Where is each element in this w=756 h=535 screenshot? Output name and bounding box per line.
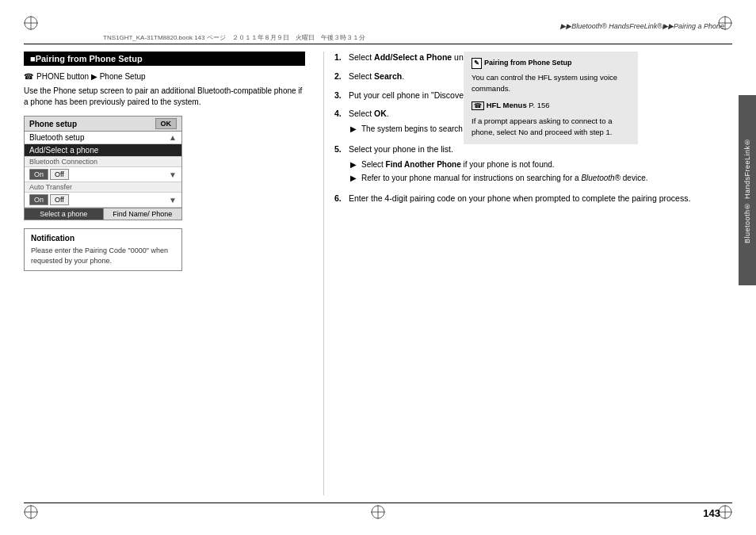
bullet-arrow-icon-2: ▶: [350, 159, 358, 170]
add-select-phone-row[interactable]: Add/Select a phone: [25, 144, 181, 157]
section-heading-text: ■Pairing from Phone Setup: [30, 54, 143, 63]
select-phone-nav-btn[interactable]: Select a phone: [25, 208, 104, 220]
chapter-tab-label: Bluetooth® HandsFreeLink®: [743, 137, 751, 243]
auto-transfer-label: Auto Transfer: [25, 182, 181, 193]
step-5-bullet-1: ▶ Select Find Another Phone if your phon…: [350, 159, 732, 170]
phone-symbol: ☎: [24, 72, 33, 81]
auto-transfer-toggle-row: On Off ▼: [25, 193, 181, 208]
step-3-num: 3.: [334, 90, 346, 102]
info-box-icon: ✎: [472, 58, 482, 69]
info-box-title: ✎ Pairing from Phone Setup: [472, 58, 630, 69]
subheading-text: PHONE button ▶ Phone Setup: [36, 72, 146, 81]
info-box-title-text: Pairing from Phone Setup: [484, 58, 572, 69]
bluetooth-setup-label: Bluetooth setup: [29, 133, 85, 142]
step-6-num: 6.: [334, 193, 346, 205]
notification-box: Notification Please enter the Pairing Co…: [24, 228, 182, 271]
corner-reg-top-left: [22, 14, 40, 32]
section-heading: ■Pairing from Phone Setup: [24, 52, 305, 66]
find-name-phone-nav-btn[interactable]: Find Name/ Phone: [104, 208, 182, 220]
step-2-num: 2.: [334, 71, 346, 83]
hfl-icon: ☎: [472, 101, 484, 110]
step-5-bullet-1-text: Select Find Another Phone if your phone …: [361, 159, 555, 170]
bt-off-button[interactable]: Off: [50, 169, 69, 180]
step-6-content: Enter the 4-digit pairing code on your p…: [349, 193, 732, 205]
bt-on-button[interactable]: On: [29, 169, 48, 180]
scroll-up-arrow: ▲: [169, 133, 177, 142]
phone-setup-title: Phone setup: [29, 120, 77, 128]
corner-reg-bottom-left: [22, 503, 40, 521]
auto-on-button[interactable]: On: [29, 194, 48, 205]
step-6: 6. Enter the 4-digit pairing code on you…: [334, 193, 732, 205]
main-content: ■Pairing from Phone Setup ☎ PHONE button…: [24, 52, 732, 495]
file-info: TNS1GHT_KA-31TM8820.book 143 ページ ２０１１年８月…: [103, 33, 365, 42]
bluetooth-setup-row[interactable]: Bluetooth setup ▲: [25, 132, 181, 144]
hfl-page: P. 156: [529, 101, 549, 109]
hr-bottom: [24, 503, 732, 503]
step-5-bullet-2: ▶ Refer to your phone manual for instruc…: [350, 173, 732, 184]
intro-text: Use the Phone setup screen to pair an ad…: [24, 86, 305, 108]
step-5-num: 5.: [334, 143, 346, 186]
step-1-num: 1.: [334, 52, 346, 64]
phone-setup-ui: Phone setup OK Bluetooth setup ▲ Add/Sel…: [24, 116, 182, 220]
subheading: ☎ PHONE button ▶ Phone Setup: [24, 72, 305, 81]
phone-nav-bar: Select a phone Find Name/ Phone: [25, 208, 181, 220]
bluetooth-connection-label: Bluetooth Connection: [25, 157, 181, 167]
scroll-down-arrow: ▼: [169, 170, 177, 179]
bt-connection-toggle-row: On Off ▼: [25, 167, 181, 182]
phone-setup-ok-button[interactable]: OK: [155, 118, 178, 129]
notification-text: Please enter the Pairing Code "0000" whe…: [31, 246, 175, 266]
center-divider: [323, 52, 324, 495]
phone-setup-title-bar: Phone setup OK: [25, 117, 181, 132]
add-select-phone-label: Add/Select a phone: [29, 146, 98, 155]
chapter-tab: Bluetooth® HandsFreeLink®: [739, 95, 756, 285]
info-box-note: If a prompt appears asking to connect to…: [472, 116, 630, 139]
notification-title: Notification: [31, 234, 175, 243]
bullet-arrow-icon: ▶: [350, 124, 358, 135]
corner-reg-bottom-center: [369, 503, 387, 521]
info-box-content: You can control the HFL system using voi…: [472, 72, 630, 95]
step-4-num: 4.: [334, 108, 346, 137]
info-box: ✎ Pairing from Phone Setup You can contr…: [464, 52, 638, 144]
scroll-down-arrow2: ▼: [169, 196, 177, 204]
step-5-bullets: ▶ Select Find Another Phone if your phon…: [350, 159, 732, 184]
left-column: ■Pairing from Phone Setup ☎ PHONE button…: [24, 52, 317, 495]
info-box-hfl-link: ☎ HFL Menus P. 156: [472, 100, 630, 111]
step-5-bullet-2-text: Refer to your phone manual for instructi…: [361, 173, 647, 184]
header-breadcrumb: ▶▶Bluetooth® HandsFreeLink®▶▶Pairing a P…: [560, 22, 724, 30]
auto-transfer-toggle[interactable]: On Off: [29, 194, 69, 205]
info-panel: ✎ Pairing from Phone Setup You can contr…: [464, 52, 638, 151]
hr-top: [24, 44, 732, 44]
bt-connection-toggle[interactable]: On Off: [29, 169, 69, 180]
auto-off-button[interactable]: Off: [50, 194, 69, 205]
hfl-menus-link[interactable]: HFL Menus: [487, 101, 527, 109]
page-number: 143: [703, 507, 720, 519]
bullet-arrow-icon-3: ▶: [350, 173, 358, 184]
